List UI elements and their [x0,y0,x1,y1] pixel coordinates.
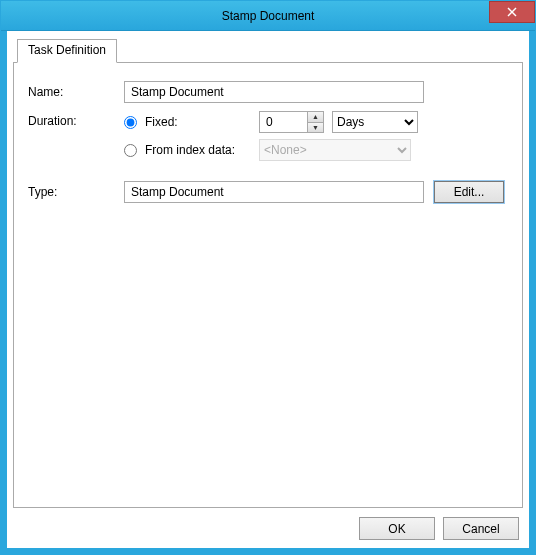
tabpanel-task-definition: Name: Duration: Fixed: [13,62,523,508]
edit-button[interactable]: Edit... [434,181,504,203]
type-label: Type: [28,185,124,199]
spinner-down-icon[interactable]: ▼ [308,123,323,133]
duration-label: Duration: [28,111,124,128]
close-button[interactable] [489,1,535,23]
tab-task-definition[interactable]: Task Definition [17,39,117,63]
duration-fixed-label: Fixed: [145,115,255,129]
tabstrip: Task Definition [13,37,523,63]
duration-value-spinner: ▲ ▼ [259,111,324,133]
duration-index-radio[interactable] [124,144,137,157]
name-label: Name: [28,85,124,99]
spinner-up-icon[interactable]: ▲ [308,112,323,123]
duration-index-select: <None> [259,139,411,161]
duration-unit-select[interactable]: Days [332,111,418,133]
type-input[interactable] [124,181,424,203]
cancel-button[interactable]: Cancel [443,517,519,540]
duration-fixed-radio[interactable] [124,116,137,129]
titlebar: Stamp Document [1,1,535,31]
dialog-window: Stamp Document Task Definition Name: [0,0,536,555]
ok-button[interactable]: OK [359,517,435,540]
dialog-footer: OK Cancel [359,517,519,540]
duration-value-input[interactable] [259,111,307,133]
client-area: Task Definition Name: Duration: Fixed: [1,31,535,554]
name-input[interactable] [124,81,424,103]
close-icon [507,7,517,17]
window-title: Stamp Document [222,9,315,23]
duration-index-label: From index data: [145,143,255,157]
